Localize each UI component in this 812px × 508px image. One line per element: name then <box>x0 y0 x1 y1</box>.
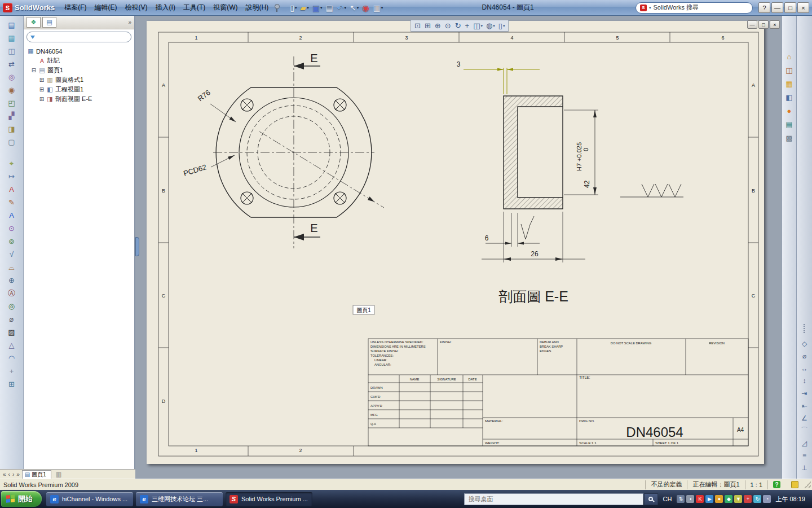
section-view-tool-icon[interactable]: ◎ <box>3 71 20 84</box>
empty-view-icon[interactable]: ▢ <box>3 135 20 148</box>
rotate-view-icon[interactable]: ↻ <box>454 21 463 30</box>
tree-item-section-view-ee[interactable]: ⊞ ◨ 剖面視圖 E-E <box>25 94 134 104</box>
sheet-nav-arrow[interactable]: ‹ <box>7 471 11 478</box>
drawing-sheet-svg[interactable]: 1 2 3 4 5 6 1 2 A B C D A B C <box>147 21 764 464</box>
tree-expander-icon[interactable]: ⊞ <box>39 96 45 102</box>
bore-fit-dimension[interactable]: H7 +0.025 <box>576 142 582 171</box>
view-palette-icon[interactable]: ◧ <box>784 91 795 103</box>
desktop-search-button[interactable] <box>644 493 658 505</box>
maximize-button[interactable]: □ <box>784 2 796 13</box>
pan-view-icon[interactable]: + <box>464 21 471 30</box>
horizontal-dimension-icon[interactable]: ↔ <box>798 363 811 374</box>
tree-item-drawing-view1[interactable]: ⊞ ◧ 工程視圖1 <box>25 85 134 94</box>
chevron-down-icon[interactable]: ▾ <box>357 6 359 10</box>
zoom-area-icon[interactable]: ⊞ <box>423 21 433 30</box>
baseline-dimension-icon[interactable]: ⇥ <box>798 388 811 398</box>
child-close-button[interactable]: × <box>770 20 780 29</box>
section-label-bottom[interactable]: E <box>310 222 317 234</box>
menu-item[interactable]: 工具(T) <box>179 1 209 14</box>
tray-clock-icon[interactable]: ◔ <box>763 495 771 503</box>
tray-download-icon[interactable]: ▼ <box>734 495 742 503</box>
sheet-nav-arrow[interactable]: › <box>11 471 15 478</box>
quick-tips-icon[interactable]: ? <box>773 481 780 488</box>
projected-view-icon[interactable]: ⇄ <box>3 58 20 71</box>
child-minimize-button[interactable]: — <box>747 20 757 29</box>
arc-dimension-icon[interactable]: ⌒ <box>798 425 811 436</box>
groove-dimension[interactable]: 6 <box>485 234 489 242</box>
menu-item[interactable]: 檢視(V) <box>121 1 152 14</box>
pin-icon[interactable] <box>273 3 280 12</box>
tray-sync-icon[interactable]: ↻ <box>753 495 761 503</box>
undo-icon[interactable]: ↶ ▾ <box>336 2 348 14</box>
geometric-tolerance-icon[interactable]: ⊕ <box>3 274 20 287</box>
smart-dimension-icon[interactable]: ⌀ <box>798 351 811 361</box>
crop-view-icon[interactable]: ◰ <box>3 97 20 110</box>
section-view[interactable] <box>464 68 683 262</box>
tree-item-sheet-format1[interactable]: ⊞ ▥ 圖頁格式1 <box>25 75 134 85</box>
zoom-to-fit-icon[interactable]: ⊡ <box>413 21 422 30</box>
chevron-down-icon[interactable]: ▾ <box>649 6 651 10</box>
zoom-selection-icon[interactable]: ⊙ <box>444 21 453 30</box>
hide-show-icon[interactable]: ◍ ▾ <box>485 21 496 30</box>
note-icon[interactable]: A <box>3 209 20 222</box>
chevron-down-icon[interactable]: ▾ <box>503 24 505 28</box>
tray-volume-icon[interactable]: ◖ <box>686 495 694 503</box>
align-dimension-icon[interactable]: ≡ <box>798 450 811 461</box>
vertical-dimension-icon[interactable]: ↕ <box>798 375 811 386</box>
graphics-area[interactable]: ⊡ ⊞ ⊕ ⊙ ↻ + ◫ ▾ ◍ ▾ <box>135 16 782 479</box>
hole-callout-icon[interactable]: ⌀ <box>3 313 20 326</box>
edit-sheet-format-icon[interactable]: ▦ <box>3 32 20 45</box>
menu-item[interactable]: 視窗(W) <box>209 1 241 14</box>
chevron-down-icon[interactable]: ▾ <box>381 6 383 10</box>
bore-fit-lower-tolerance[interactable]: 0 <box>582 148 589 151</box>
menu-item[interactable]: 插入(I) <box>152 1 179 14</box>
toolbar-grip-handle[interactable] <box>804 324 806 333</box>
sheet-scroll-icon[interactable]: ▥ <box>56 471 61 478</box>
chevron-down-icon[interactable]: ▾ <box>307 6 309 10</box>
panel-expand-chevron[interactable]: » <box>128 19 131 25</box>
help-button[interactable]: ? <box>758 2 770 13</box>
sheet-nav-arrow[interactable]: « <box>2 471 7 478</box>
revision-cloud-icon[interactable]: ◠ <box>3 352 20 365</box>
display-style-icon[interactable]: ◫ ▾ <box>472 21 484 30</box>
section-properties-icon[interactable]: ▯ ▾ <box>497 21 506 30</box>
tree-filter[interactable] <box>27 32 131 42</box>
attach-dimension-icon[interactable]: ⊥ <box>798 462 811 473</box>
drawing-sheet[interactable]: 1 2 3 4 5 6 1 2 A B C D A B C <box>147 21 764 464</box>
chevron-down-icon[interactable]: ▾ <box>320 6 323 10</box>
menu-item[interactable]: 檔案(F) <box>60 1 90 14</box>
child-restore-button[interactable]: □ <box>758 20 769 29</box>
menu-item[interactable]: 說明(H) <box>242 1 273 14</box>
standard-3view-icon[interactable]: ◫ <box>3 45 20 58</box>
broken-view-icon[interactable]: ▞ <box>3 110 20 122</box>
detail-view-icon[interactable]: ◉ <box>3 84 20 97</box>
bore-depth-dimension[interactable]: 42 <box>583 180 591 188</box>
menu-item[interactable]: 編輯(E) <box>91 1 121 14</box>
lip-dimension[interactable]: 3 <box>457 60 461 68</box>
design-library-icon[interactable]: ◫ <box>784 64 795 76</box>
chevron-down-icon[interactable]: ▾ <box>345 6 347 10</box>
area-hatch-icon[interactable]: ▨ <box>3 326 20 339</box>
zoom-in-out-icon[interactable]: ⊕ <box>434 21 443 30</box>
select-arrow-icon[interactable]: ↖ ▾ <box>348 2 360 14</box>
front-view[interactable] <box>210 56 384 248</box>
solidworks-search-input[interactable]: S ▾ SolidWorks 搜尋 <box>636 2 753 14</box>
spell-checker-icon[interactable]: A <box>3 183 20 196</box>
task-forum[interactable]: e 三维网技术论坛 三... <box>136 492 223 506</box>
open-icon[interactable]: ▰ ▾ <box>299 2 311 14</box>
tree-root[interactable]: ▦ DN46054 <box>25 46 134 56</box>
tree-expander-icon[interactable]: ⊟ <box>31 67 37 73</box>
ordinate-dimension-icon[interactable]: ⇤ <box>798 400 811 411</box>
tables-icon[interactable]: ⊞ <box>3 378 20 391</box>
sheet-icon[interactable]: ▤ <box>3 19 20 32</box>
tree-item-sheet1[interactable]: ⊟ ▤ 圖頁1 <box>25 65 134 75</box>
datum-feature-icon[interactable]: Ⓐ <box>3 287 20 300</box>
tray-messenger-icon[interactable]: ◆ <box>725 495 732 503</box>
desktop-search-input[interactable] <box>465 496 643 502</box>
revision-symbol-icon[interactable]: △ <box>3 339 20 352</box>
print-icon[interactable]: ▤ <box>324 2 336 14</box>
minimize-button[interactable]: — <box>771 2 783 13</box>
sheet-tab-active[interactable]: ▤ 圖頁1 <box>22 470 51 479</box>
start-button[interactable]: 開始 <box>1 491 42 507</box>
dimension-favorites-icon[interactable]: ◇ <box>798 338 811 349</box>
